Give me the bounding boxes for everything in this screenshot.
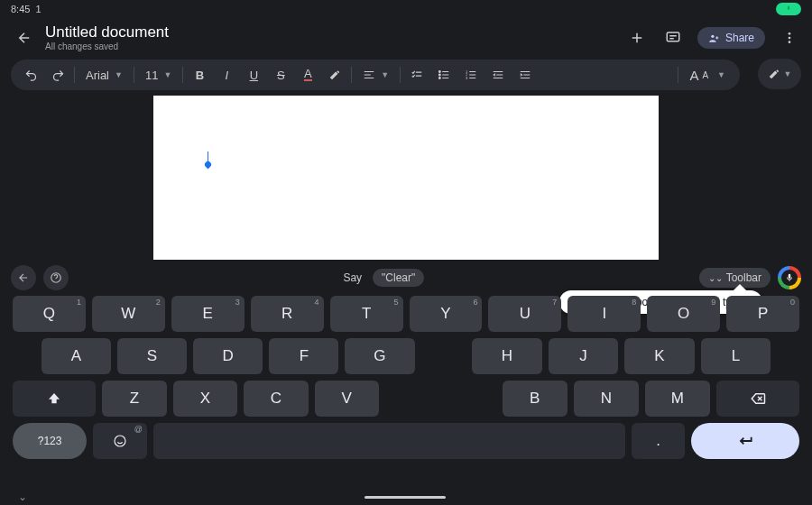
edit-mode-button[interactable]: ▼	[758, 59, 801, 89]
redo-icon[interactable]	[45, 62, 70, 87]
key-j[interactable]: J	[549, 338, 619, 374]
onscreen-keyboard: Hide your keyboard while voice typing Q1…	[0, 294, 812, 466]
document-title[interactable]: Untitled document	[45, 23, 169, 41]
italic-icon[interactable]: I	[214, 62, 239, 87]
svg-point-3	[789, 37, 791, 40]
key-y[interactable]: Y6	[410, 296, 483, 332]
key-k[interactable]: K	[624, 338, 695, 374]
svg-point-4	[789, 41, 791, 43]
voice-hint-label: Say	[343, 271, 362, 284]
bullet-list-icon[interactable]	[431, 62, 457, 87]
svg-rect-0	[667, 32, 679, 41]
key-q[interactable]: Q1	[13, 296, 86, 332]
key-o[interactable]: O9	[647, 296, 720, 332]
svg-point-6	[439, 74, 441, 76]
shift-key[interactable]	[13, 381, 96, 417]
back-arrow-icon[interactable]	[16, 30, 32, 46]
key-w[interactable]: W2	[92, 296, 165, 332]
key-a[interactable]: A	[42, 338, 111, 374]
voice-command-chip[interactable]: "Clear"	[373, 269, 424, 287]
highlight-icon[interactable]	[322, 62, 347, 87]
formatting-toolbar: Arial▼ 11▼ B I U S A ▼ 123 AA▼	[11, 60, 740, 90]
document-canvas[interactable]	[0, 90, 812, 260]
spacebar-key[interactable]	[153, 423, 625, 459]
share-label: Share	[725, 32, 754, 44]
key-g[interactable]: G	[345, 338, 414, 374]
key-s[interactable]: S	[117, 338, 187, 374]
symbols-key[interactable]: ?123	[13, 423, 87, 459]
key-l[interactable]: L	[701, 338, 771, 374]
key-f[interactable]: F	[269, 338, 338, 374]
emoji-key[interactable]: @	[93, 423, 147, 459]
comments-icon[interactable]	[661, 26, 685, 50]
notification-count: 1	[35, 4, 41, 14]
undo-icon[interactable]	[18, 62, 43, 87]
key-h[interactable]: H	[472, 338, 542, 374]
font-size-selector[interactable]: 11▼	[138, 62, 179, 87]
android-statusbar: 8:45 1	[0, 0, 812, 18]
svg-point-5	[439, 71, 441, 73]
key-u[interactable]: U7	[488, 296, 561, 332]
period-key[interactable]: .	[632, 423, 686, 459]
text-cursor	[208, 152, 208, 164]
keyboard-back-icon[interactable]	[11, 265, 36, 290]
key-i[interactable]: I8	[567, 296, 641, 332]
text-format-menu-icon[interactable]: AA▼	[682, 62, 733, 87]
numbered-list-icon[interactable]: 123	[458, 62, 484, 87]
indent-decrease-icon[interactable]	[485, 62, 511, 87]
save-status: All changes saved	[45, 41, 169, 52]
android-navbar: ⌄	[0, 491, 812, 503]
key-v[interactable]: V	[315, 381, 379, 417]
nav-home-pill[interactable]	[364, 496, 446, 499]
toolbar-toggle-chip[interactable]: ⌄⌄ Toolbar	[699, 268, 770, 288]
svg-point-7	[439, 78, 441, 79]
text-color-icon[interactable]: A	[295, 62, 320, 87]
key-r[interactable]: R4	[251, 296, 324, 332]
share-button[interactable]: Share	[697, 27, 765, 49]
key-d[interactable]: D	[193, 338, 263, 374]
voice-help-icon[interactable]	[43, 265, 69, 290]
overflow-menu-icon[interactable]	[778, 26, 801, 50]
font-family-selector[interactable]: Arial▼	[78, 62, 130, 87]
key-x[interactable]: X	[173, 381, 237, 417]
document-page[interactable]	[153, 96, 659, 260]
keyboard-suggestion-bar: Say "Clear" ⌄⌄ Toolbar	[0, 260, 812, 294]
assistant-mic-button[interactable]	[778, 266, 801, 289]
svg-point-12	[115, 436, 125, 446]
key-n[interactable]: N	[574, 381, 639, 417]
key-c[interactable]: C	[244, 381, 308, 417]
key-p[interactable]: P0	[726, 296, 799, 332]
svg-point-2	[789, 32, 791, 35]
key-t[interactable]: T5	[330, 296, 403, 332]
strikethrough-icon[interactable]: S	[268, 62, 293, 87]
underline-icon[interactable]: U	[241, 62, 266, 87]
key-b[interactable]: B	[503, 381, 567, 417]
svg-text:3: 3	[466, 77, 467, 80]
key-e[interactable]: E3	[171, 296, 245, 332]
enter-key[interactable]	[691, 423, 799, 459]
nav-hide-keyboard-icon[interactable]: ⌄	[18, 491, 27, 503]
bold-icon[interactable]: B	[187, 62, 212, 87]
clock: 8:45	[11, 4, 30, 14]
add-icon[interactable]	[625, 26, 649, 50]
indent-increase-icon[interactable]	[512, 62, 538, 87]
key-z[interactable]: Z	[102, 381, 166, 417]
app-header: Untitled document All changes saved Shar…	[0, 18, 812, 58]
backspace-key[interactable]	[716, 381, 799, 417]
align-icon[interactable]: ▼	[355, 62, 396, 87]
mic-active-pill	[776, 3, 801, 15]
key-m[interactable]: M	[645, 381, 710, 417]
checklist-icon[interactable]	[404, 62, 429, 87]
svg-point-1	[711, 34, 714, 37]
